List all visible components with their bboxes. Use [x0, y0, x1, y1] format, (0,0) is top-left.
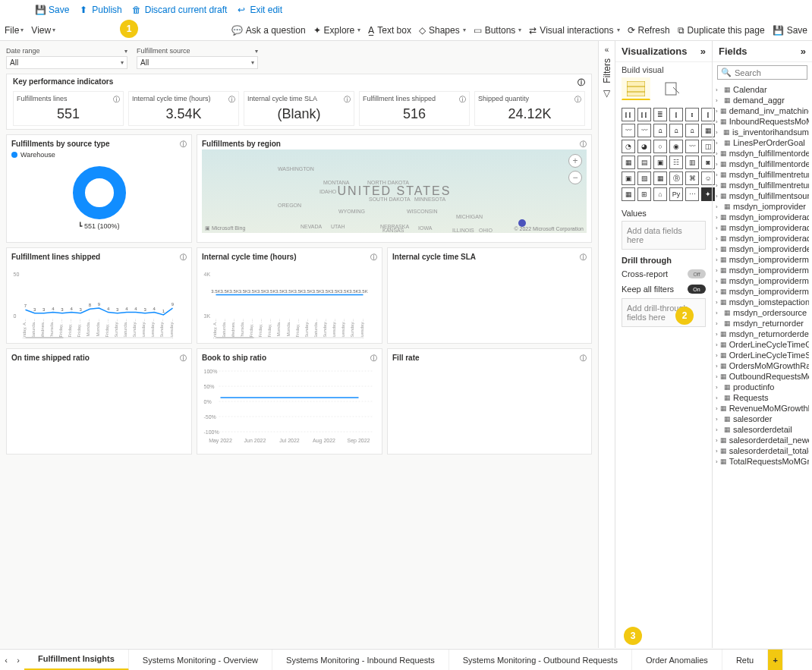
expand-caret-icon[interactable]: ›: [716, 182, 718, 189]
field-table[interactable]: ›▦RevenueMoMGrowthR...: [716, 403, 809, 414]
viz-type-icon[interactable]: ◔: [622, 140, 635, 153]
expand-caret-icon[interactable]: ›: [716, 193, 718, 200]
field-table[interactable]: ›▦msdyn_iomprovideracti...: [716, 222, 809, 233]
expand-caret-icon[interactable]: ›: [716, 352, 718, 359]
expand-caret-icon[interactable]: ›: [716, 256, 718, 263]
expand-caret-icon[interactable]: ›: [716, 299, 718, 306]
field-table[interactable]: ›▦Calendar: [716, 84, 809, 95]
field-table[interactable]: ›▦msdyn_fulfillmentorder: [716, 148, 809, 159]
field-table[interactable]: ›▦is_inventorihandsum: [716, 127, 809, 137]
expand-caret-icon[interactable]: ›: [716, 203, 722, 210]
build-visual-tab[interactable]: [622, 77, 650, 100]
info-icon[interactable]: ⓘ: [580, 253, 587, 263]
viz-type-icon[interactable]: ▦: [653, 171, 667, 185]
viz-type-icon[interactable]: ⋯: [685, 187, 699, 201]
view-menu[interactable]: View▾: [31, 25, 55, 36]
expand-caret-icon[interactable]: ›: [716, 331, 718, 338]
info-icon[interactable]: ⓘ: [578, 77, 585, 88]
field-table[interactable]: ›▦msdyn_iomprovideracti...: [716, 233, 809, 244]
refresh-button[interactable]: ⟳Refresh: [628, 25, 670, 36]
kpi-card[interactable]: Fulfillments linesⓘ551: [13, 91, 124, 126]
page-tab[interactable]: Order Anomalies: [632, 650, 722, 671]
add-page-tab[interactable]: +: [768, 650, 783, 671]
viz-type-icon[interactable]: ⫿: [669, 108, 683, 121]
viz-type-icon[interactable]: ⩍: [653, 124, 667, 137]
field-table[interactable]: ›▦msdyn_iomproviderme...: [716, 286, 809, 297]
field-table[interactable]: ›▦salesorderdetail: [716, 424, 809, 435]
expand-icon[interactable]: «: [605, 46, 609, 54]
viz-type-icon[interactable]: 〰: [622, 124, 635, 137]
info-icon[interactable]: ⓘ: [180, 354, 187, 363]
viz-type-icon[interactable]: ▧: [637, 171, 651, 185]
expand-caret-icon[interactable]: ›: [716, 341, 718, 348]
textbox-button[interactable]: A̲Text box: [368, 25, 411, 36]
expand-caret-icon[interactable]: ›: [716, 448, 718, 455]
field-table[interactable]: ›▦msdyn_iomprovider: [716, 201, 809, 212]
info-icon[interactable]: ⓘ: [228, 95, 235, 105]
tab-scroll-left[interactable]: ‹: [0, 656, 12, 665]
filters-pane-collapsed[interactable]: « Filters ▽: [598, 41, 615, 648]
expand-caret-icon[interactable]: ›: [716, 97, 722, 104]
expand-caret-icon[interactable]: ›: [716, 373, 718, 380]
info-icon[interactable]: ⓘ: [580, 140, 587, 149]
viz-type-icon[interactable]: ◉: [669, 140, 683, 153]
info-icon[interactable]: ⓘ: [459, 95, 466, 105]
map-zoom-in[interactable]: +: [568, 154, 582, 168]
expand-caret-icon[interactable]: ›: [716, 108, 718, 115]
field-table[interactable]: ›▦InboundRequestsMoM...: [716, 116, 809, 127]
field-table[interactable]: ›▦msdyn_fulfillmentretur...: [716, 169, 809, 180]
expand-caret-icon[interactable]: ›: [716, 235, 718, 242]
expand-caret-icon[interactable]: ›: [716, 171, 718, 178]
info-icon[interactable]: ⓘ: [370, 253, 377, 263]
expand-caret-icon[interactable]: ›: [716, 384, 722, 391]
viz-type-icon[interactable]: ⌘: [685, 171, 699, 185]
expand-caret-icon[interactable]: ›: [716, 140, 722, 146]
expand-caret-icon[interactable]: ›: [716, 246, 718, 253]
internal-cycle-time-tile[interactable]: Internal cycle time (hours)ⓘ 3K4K3.5K3.5…: [197, 247, 382, 344]
viz-type-icon[interactable]: ⌂: [653, 187, 667, 201]
field-table[interactable]: ›▦productinfo: [716, 382, 809, 392]
format-visual-tab[interactable]: [658, 77, 687, 100]
info-icon[interactable]: ⓘ: [180, 253, 187, 263]
buttons-menu[interactable]: ▭Buttons▾: [474, 25, 522, 36]
field-table[interactable]: ›▦msdyn_iomproviderme...: [716, 275, 809, 286]
viz-type-icon[interactable]: ⩍: [669, 124, 683, 137]
save-button-2[interactable]: 💾Save: [773, 25, 807, 36]
expand-caret-icon[interactable]: ›: [716, 405, 718, 412]
kpi-card[interactable]: Internal cycle time SLAⓘ(Blank): [244, 91, 354, 126]
internal-cycle-time-sla-tile[interactable]: Internal cycle time SLAⓘ: [387, 247, 592, 344]
page-tab[interactable]: Retu: [722, 650, 768, 671]
info-icon[interactable]: ⓘ: [180, 140, 187, 149]
field-table[interactable]: ›▦msdyn_ordersource: [716, 307, 809, 318]
expand-caret-icon[interactable]: ›: [716, 225, 718, 231]
field-table[interactable]: ›▦msdyn_returnorder: [716, 318, 809, 329]
fields-search[interactable]: 🔍: [717, 65, 807, 80]
fulfillments-by-region-tile[interactable]: Fulfillments by regionⓘ WASHINGTON MONTA…: [197, 134, 592, 243]
viz-type-icon[interactable]: ⫿⫿: [637, 108, 651, 121]
field-table[interactable]: ›▦OrderLineCycleTimeGoal: [716, 339, 809, 350]
keep-filters-toggle[interactable]: On: [688, 285, 706, 294]
expand-caret-icon[interactable]: ›: [716, 161, 718, 168]
kpi-card[interactable]: Shipped quantityⓘ24.12K: [474, 91, 585, 126]
save-button[interactable]: 💾Save: [35, 5, 69, 15]
field-table[interactable]: ›▦msdyn_fulfillmentretur...: [716, 180, 809, 190]
expand-caret-icon[interactable]: ›: [716, 288, 718, 295]
field-table[interactable]: ›▦msdyn_fulfillmentsource: [716, 190, 809, 201]
collapse-icon[interactable]: »: [801, 46, 806, 57]
field-table[interactable]: ›▦demand_aggr: [716, 95, 809, 105]
viz-type-icon[interactable]: Ⓡ: [669, 171, 683, 185]
expand-caret-icon[interactable]: ›: [716, 458, 718, 465]
viz-type-icon[interactable]: ≣: [653, 108, 667, 121]
kpi-card[interactable]: Internal cycle time (hours)ⓘ3.54K: [128, 91, 239, 126]
viz-type-icon[interactable]: 〰: [685, 140, 699, 153]
map-zoom-out[interactable]: −: [568, 171, 582, 184]
visual-interactions-menu[interactable]: ⇄Visual interactions▾: [529, 25, 619, 36]
field-table[interactable]: ›▦OutboundRequestsMo...: [716, 371, 809, 382]
values-dropzone[interactable]: Add data fields here: [622, 221, 706, 250]
expand-caret-icon[interactable]: ›: [716, 87, 722, 93]
expand-caret-icon[interactable]: ›: [716, 363, 718, 370]
page-tab[interactable]: Fulfillment Insights: [24, 650, 129, 671]
map-visual[interactable]: WASHINGTON MONTANA NORTH DAKOTA IDAHO SO…: [202, 149, 587, 233]
viz-type-icon[interactable]: Py: [669, 187, 683, 201]
fulfillment-source-slicer[interactable]: Fulfillment source▾ All▾: [137, 47, 258, 69]
